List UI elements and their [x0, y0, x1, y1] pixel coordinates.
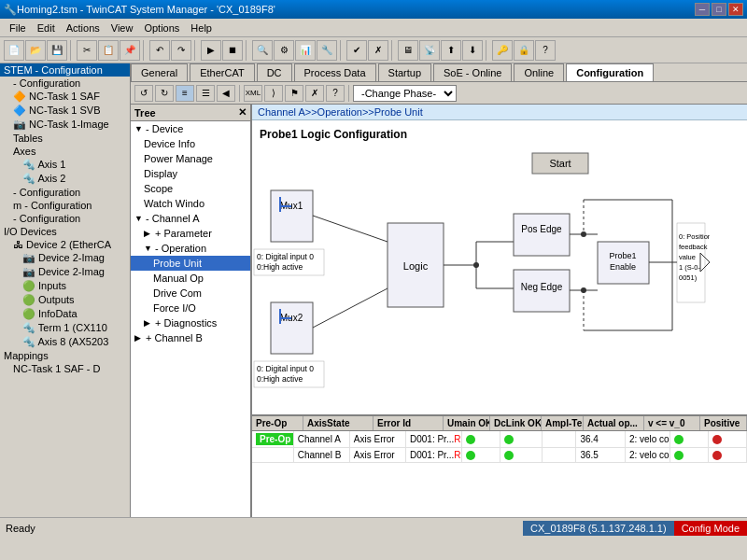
left-tables[interactable]: Tables [0, 132, 130, 145]
menu-view[interactable]: View [106, 21, 139, 35]
left-config2[interactable]: - Configuration [0, 186, 130, 199]
reload-button[interactable]: ↺ [134, 85, 153, 102]
tt-btn2[interactable]: ⟩ [264, 85, 283, 102]
tree-close-icon[interactable]: ✕ [238, 106, 247, 119]
left-nctask1img[interactable]: 📷 NC-Task 1-Image [0, 118, 130, 132]
svg-rect-25 [514, 214, 570, 256]
tb14[interactable]: 📡 [419, 40, 440, 61]
open-button[interactable]: 📂 [25, 40, 46, 61]
tt-btn5[interactable]: ? [326, 85, 345, 102]
tv-device[interactable]: ▼ - Device [131, 121, 250, 136]
left-nctask1svb[interactable]: 🔷 NC-Task 1 SVB [0, 104, 130, 118]
tv-watch[interactable]: Watch Windo [131, 196, 250, 211]
tb18[interactable]: 🔒 [514, 40, 534, 61]
tb5[interactable]: ▶ [201, 40, 221, 61]
left-device2[interactable]: 🖧 Device 2 (EtherCA [0, 238, 130, 251]
tv-channel-b[interactable]: ▶ + Channel B [131, 330, 250, 345]
tab-startup[interactable]: Startup [378, 63, 431, 81]
tb7[interactable]: 🔍 [252, 40, 273, 61]
tv-drive-com[interactable]: Drive Com [131, 286, 250, 301]
tt-btn4[interactable]: ✗ [305, 85, 324, 102]
left-mconfig[interactable]: m - Configuration [0, 199, 130, 212]
cell-error-1: D001: Pr... R [406, 431, 462, 447]
tv-device-info[interactable]: Device Info [131, 136, 250, 151]
left-io-devices[interactable]: I/O Devices [0, 225, 130, 238]
tree-view-button[interactable]: ≡ [176, 85, 194, 102]
tab-processdata[interactable]: Process Data [294, 63, 376, 81]
tt-btn3[interactable]: ⚑ [285, 85, 303, 102]
phase-select[interactable]: -Change Phase- Init Pre-Op Safe-Op Op [353, 85, 457, 102]
tb6[interactable]: ⏹ [222, 40, 243, 61]
cut-button[interactable]: ✂ [77, 40, 97, 61]
table-row: Channel B Axis Error D001: Pr... R 36.5 … [252, 448, 747, 463]
left-stem-config[interactable]: STEM - Configuration [0, 63, 130, 77]
left-outputs[interactable]: 🟢 Outputs [0, 293, 130, 307]
left-nctask1saf[interactable]: 🔶 NC-Task 1 SAF [0, 90, 130, 104]
tab-online[interactable]: Online [514, 63, 564, 81]
tv-force-io[interactable]: Force I/O [131, 301, 250, 315]
menu-file[interactable]: File [4, 21, 32, 35]
tb13[interactable]: 🖥 [398, 40, 418, 61]
tb12[interactable]: ✗ [368, 40, 388, 61]
tv-channel-a[interactable]: ▼ - Channel A [131, 211, 250, 226]
left-inputs[interactable]: 🟢 Inputs [0, 279, 130, 293]
tb15[interactable]: ⬆ [441, 40, 461, 61]
left-axis8[interactable]: 🔩 Axis 8 (AX5203 [0, 335, 130, 349]
tab-toolbar: ↺ ↻ ≡ ☰ ◀ XML ⟩ ⚑ ✗ ? -Change Phase- Ini… [131, 82, 747, 105]
left-device2img1[interactable]: 📷 Device 2-Imag [0, 251, 130, 265]
tv-probe-unit[interactable]: Probe Unit [131, 256, 250, 271]
tb11[interactable]: ✔ [346, 40, 367, 61]
tab-ethercat[interactable]: EtherCAT [190, 63, 254, 81]
menu-actions[interactable]: Actions [61, 21, 106, 35]
left-axis2[interactable]: 🔩 Axis 2 [0, 172, 130, 186]
left-axis1[interactable]: 🔩 Axis 1 [0, 158, 130, 172]
tb3[interactable]: ↶ [149, 40, 170, 61]
tv-display[interactable]: Display [131, 166, 250, 181]
menu-options[interactable]: Options [138, 21, 185, 35]
tb8[interactable]: ⚙ [274, 40, 294, 61]
tb4[interactable]: ↷ [171, 40, 191, 61]
tb19[interactable]: ? [535, 40, 556, 61]
xml-button[interactable]: XML [244, 85, 262, 102]
tb10[interactable]: 🔧 [317, 40, 337, 61]
tv-diagnostics[interactable]: ▶ + Diagnostics [131, 315, 250, 330]
tab-general[interactable]: General [131, 63, 188, 81]
left-mappings[interactable]: Mappings [0, 349, 130, 362]
left-nctask1safd[interactable]: NC-Task 1 SAF - D [0, 362, 130, 375]
left-config1[interactable]: - Configuration [0, 77, 130, 90]
save-button[interactable]: 💾 [47, 40, 67, 61]
tab-dc[interactable]: DC [257, 63, 292, 81]
diagram-title: Probe1 Logic Configuration [260, 128, 740, 141]
reload2-button[interactable]: ↻ [155, 85, 174, 102]
paste-button[interactable]: 📌 [120, 40, 140, 61]
svg-text:0: Digital input 0: 0: Digital input 0 [257, 364, 314, 373]
window-title: Homing2.tsm - TwinCAT System Manager - '… [17, 4, 695, 15]
minimize-button[interactable]: ─ [695, 3, 710, 16]
menu-help[interactable]: Help [185, 21, 218, 35]
cell-op-2: 2: velo control [626, 448, 671, 462]
left-device2img2[interactable]: 📷 Device 2-Imag [0, 265, 130, 279]
list-view-button[interactable]: ☰ [196, 85, 215, 102]
tb9[interactable]: 📊 [295, 40, 316, 61]
left-infodata[interactable]: 🟢 InfoData [0, 307, 130, 321]
tv-parameter[interactable]: ▶ + Parameter [131, 226, 250, 241]
close-button[interactable]: ✕ [728, 3, 743, 16]
breadcrumb: Channel A>>Operation>>Probe Unit [252, 105, 747, 120]
tb17[interactable]: 🔑 [492, 40, 513, 61]
new-button[interactable]: 📄 [4, 40, 24, 61]
split-content: Tree ✕ ▼ - Device Device Info Power Mana… [131, 105, 747, 517]
left-term1[interactable]: 🔩 Term 1 (CX110 [0, 321, 130, 335]
maximize-button[interactable]: □ [712, 3, 726, 16]
left-axes[interactable]: Axes [0, 145, 130, 158]
tv-power-manage[interactable]: Power Manage [131, 151, 250, 166]
copy-button[interactable]: 📋 [98, 40, 119, 61]
tv-scope[interactable]: Scope [131, 181, 250, 196]
tb16[interactable]: ⬇ [462, 40, 483, 61]
back-button[interactable]: ◀ [217, 85, 235, 102]
menu-edit[interactable]: Edit [32, 21, 61, 35]
tv-manual-op[interactable]: Manual Op [131, 271, 250, 286]
tab-configuration[interactable]: Configuration [566, 63, 654, 81]
tab-soeonline[interactable]: SoE - Online [433, 63, 512, 81]
tv-operation[interactable]: ▼ - Operation [131, 241, 250, 256]
left-config3[interactable]: - Configuration [0, 212, 130, 225]
